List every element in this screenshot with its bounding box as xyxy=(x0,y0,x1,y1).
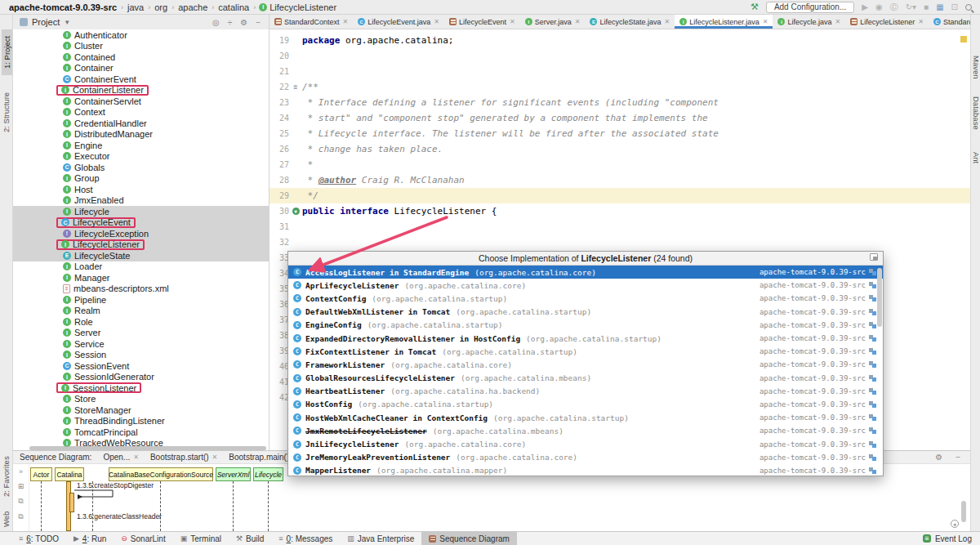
tree-item-authenticator[interactable]: IAuthenticator xyxy=(13,29,269,41)
tool-strip--structure[interactable]: 2: Structure xyxy=(2,92,11,132)
profiler-icon[interactable]: ↻▾ xyxy=(906,3,916,11)
implementation-item-hostwebxmlcachecleaner[interactable]: CHostWebXmlCacheCleaner in ContextConfig… xyxy=(288,411,883,424)
tab-server-java[interactable]: IServer.java✕ xyxy=(520,15,586,29)
hide-panel-icon[interactable]: − xyxy=(956,453,960,462)
tree-item-host[interactable]: IHost xyxy=(13,184,269,195)
close-icon[interactable]: ✕ xyxy=(510,18,515,25)
tool-strip--favorites[interactable]: 2: Favorites xyxy=(2,456,11,497)
popup-scrollbar[interactable] xyxy=(877,268,882,327)
open-in-window-icon[interactable] xyxy=(870,253,878,261)
tool-strip-ant[interactable]: Ant xyxy=(972,152,980,163)
tree-item-lifecyclelistener[interactable]: ILifecycleListener xyxy=(13,239,269,251)
event-log-item[interactable]: ≣ Event Log xyxy=(923,534,980,543)
stop-icon[interactable]: ■ xyxy=(924,3,929,11)
tool-strip--project[interactable]: 1: Project xyxy=(2,29,12,75)
close-icon[interactable]: ✕ xyxy=(212,453,218,461)
sequence-gutter-icon[interactable]: ≣ xyxy=(289,83,302,91)
tree-item-role[interactable]: IRole xyxy=(13,316,269,328)
inspection-stripe-marker[interactable] xyxy=(960,36,967,42)
implementation-item-expandeddirectoryremovallistener[interactable]: CExpandedDirectoryRemovalListener in Hos… xyxy=(288,332,883,345)
tree-item-containerevent[interactable]: CContainerEvent xyxy=(13,74,269,85)
diagram-tab-bootstrap-start-[interactable]: Bootstrap.start()✕ xyxy=(150,453,217,462)
implementation-item-globalresourceslifecyclelistener[interactable]: CGlobalResourcesLifecycleListener(org.ap… xyxy=(288,372,883,385)
tool-window-icon[interactable]: ⊡ xyxy=(951,3,958,11)
breadcrumb-item[interactable]: LifecycleListener xyxy=(269,2,337,12)
tree-item-pipeline[interactable]: IPipeline xyxy=(13,294,269,306)
export-icon[interactable]: ⊞ xyxy=(18,482,24,490)
collapse-toolbar-icon[interactable]: » xyxy=(19,467,23,476)
close-icon[interactable]: ✕ xyxy=(918,18,924,25)
tree-item-sessionevent[interactable]: CSessionEvent xyxy=(13,360,269,372)
tree-item-service[interactable]: IService xyxy=(13,338,269,350)
collapse-all-icon[interactable]: ÷ xyxy=(228,18,233,27)
tree-item-group[interactable]: IGroup xyxy=(13,173,269,185)
tree-item-jmxenabled[interactable]: IJmxEnabled xyxy=(13,195,269,207)
tree-item-containerlistener[interactable]: IContainerListener xyxy=(13,85,269,96)
tab-lifecyclelistener[interactable]: LifecycleListener✕ xyxy=(845,15,929,29)
status-item-terminal[interactable]: ▣Terminal xyxy=(173,532,229,545)
build-hammer-icon[interactable]: ⚒ xyxy=(751,2,759,11)
close-icon[interactable]: ✕ xyxy=(835,18,841,25)
tree-item-storemanager[interactable]: IStoreManager xyxy=(13,404,269,416)
status-item-java-enterprise[interactable]: ▥Java Enterprise xyxy=(340,532,421,545)
tree-item-engine[interactable]: IEngine xyxy=(13,140,269,151)
implementation-item-mapperlistener[interactable]: CMapperListener(org.apache.catalina.mapp… xyxy=(288,464,883,476)
save-diagram-icon[interactable]: ⧉ xyxy=(18,497,23,506)
tree-item-cluster[interactable]: ICluster xyxy=(13,41,269,52)
run-icon[interactable]: ▶ xyxy=(862,3,868,11)
diagram-box-lifecycle[interactable]: Lifecycle xyxy=(253,467,283,481)
debug-icon[interactable]: ◉ xyxy=(875,3,883,11)
tab-lifecyclelistener-java[interactable]: ILifecycleListener.java✕ xyxy=(675,15,773,29)
attach-icon[interactable]: ▦ xyxy=(936,3,943,11)
tree-item-context[interactable]: IContext xyxy=(13,107,269,118)
breadcrumb-item[interactable]: org xyxy=(154,2,168,12)
close-icon[interactable]: ✕ xyxy=(575,18,581,25)
implemented-gutter-icon[interactable]: ▼ xyxy=(289,208,302,215)
tab-lifecycleevent-java[interactable]: CLifecycleEvent.java✕ xyxy=(353,15,444,29)
coverage-icon[interactable]: Ⓒ xyxy=(890,3,898,11)
status-item-messages[interactable]: ≡0: Messages xyxy=(271,532,340,545)
locate-icon[interactable]: ◎ xyxy=(212,18,220,27)
tree-item-container[interactable]: IContainer xyxy=(13,63,269,74)
tree-item-globals[interactable]: CGlobals xyxy=(13,162,269,173)
diagram-box-serverxml[interactable]: ServerXml xyxy=(216,467,251,481)
close-icon[interactable]: ✕ xyxy=(763,18,768,25)
tab-lifecycleevent[interactable]: LifecycleEvent✕ xyxy=(444,15,520,29)
tool-strip-web[interactable]: Web xyxy=(2,511,11,527)
gear-icon[interactable]: ⚙ xyxy=(935,453,942,462)
tree-item-containerservlet[interactable]: IContainerServlet xyxy=(13,96,269,107)
tree-item-lifecycleexception[interactable]: !LifecycleException xyxy=(13,228,269,239)
diagram-box-catalinabaseconfigurationsource[interactable]: CatalinaBaseConfigurationSource xyxy=(109,467,213,481)
add-configuration-button[interactable]: Add Configuration... xyxy=(766,2,854,13)
chevron-down-icon[interactable]: ▼ xyxy=(64,19,70,26)
implementation-item-jrememoryleakpreventionlistener[interactable]: CJreMemoryLeakPreventionListener(org.apa… xyxy=(288,451,883,464)
tree-item-executor[interactable]: IExecutor xyxy=(13,151,269,163)
diagram-tab-open-[interactable]: Open...✕ xyxy=(103,453,139,462)
tab-standardcontext[interactable]: StandardContext✕ xyxy=(270,15,353,29)
sequence-vertical-scrollbar[interactable] xyxy=(961,501,966,522)
implementation-item-jnilifecyclelistener[interactable]: CJniLifecycleListener(org.apache.catalin… xyxy=(288,437,883,450)
implementation-item-defaultwebxmllistener[interactable]: CDefaultWebXmlListener in Tomcat(org.apa… xyxy=(288,306,883,319)
close-icon[interactable]: ✕ xyxy=(434,18,439,25)
tree-item-credentialhandler[interactable]: ICredentialHandler xyxy=(13,118,269,129)
implementation-item-aprlifecyclelistener[interactable]: CAprLifecycleListener(org.apache.catalin… xyxy=(288,279,883,292)
tree-item-tomcatprincipal[interactable]: ITomcatPrincipal xyxy=(13,427,269,438)
implementation-item-fixcontextlistener[interactable]: CFixContextListener in Tomcat(org.apache… xyxy=(288,345,883,358)
tool-strip-maven[interactable]: Maven xyxy=(972,56,980,79)
copy-diagram-icon[interactable]: ⧉ xyxy=(18,512,23,521)
hide-panel-icon[interactable]: − xyxy=(256,18,261,27)
tab-standardserver-java[interactable]: CStandardServer.java✕ xyxy=(929,15,970,29)
implementation-item-accessloglistener[interactable]: CAccessLogListener in StandardEngine(org… xyxy=(288,266,883,279)
tree-item-store[interactable]: IStore xyxy=(13,394,269,405)
tree-item-lifecycleevent[interactable]: CLifecycleEvent xyxy=(13,217,269,229)
status-item-sonarlint[interactable]: ⊖SonarLint xyxy=(114,532,172,545)
tree-item-lifecycle[interactable]: ILifecycle xyxy=(13,206,269,217)
breadcrumb-item[interactable]: catalina xyxy=(217,2,250,12)
implementation-item-engineconfig[interactable]: CEngineConfig(org.apache.catalina.startu… xyxy=(288,319,883,332)
zoom-control-icon[interactable]: ● xyxy=(951,520,959,528)
close-icon[interactable]: ✕ xyxy=(133,453,139,461)
implementation-item-heartbeatlistener[interactable]: CHeartbeatListener(org.apache.catalina.h… xyxy=(288,385,883,398)
search-icon[interactable] xyxy=(965,4,972,11)
tab-lifecycle-java[interactable]: ILifecycle.java✕ xyxy=(773,15,845,29)
project-panel-title[interactable]: Project xyxy=(32,17,60,27)
